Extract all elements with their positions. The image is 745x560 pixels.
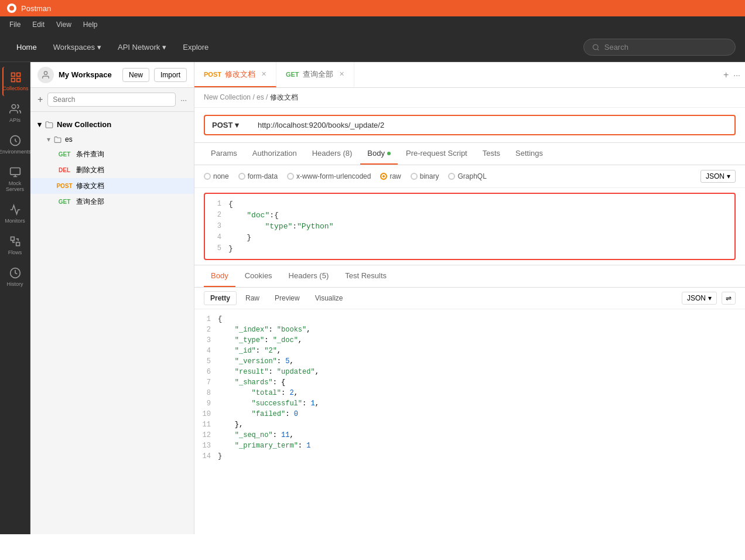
radio-graphql[interactable]: GraphQL bbox=[448, 172, 486, 180]
tab-get-查询全部[interactable]: GET 查询全部 ✕ bbox=[276, 62, 354, 87]
mock-servers-label: Mock Servers bbox=[5, 180, 26, 192]
request-item-0[interactable]: GET 条件查询 bbox=[30, 146, 194, 162]
method-select[interactable]: POST ▾ bbox=[204, 115, 251, 135]
add-tab-icon[interactable]: + bbox=[723, 70, 729, 80]
resp-tab-body[interactable]: Body bbox=[204, 265, 235, 287]
menu-edit[interactable]: Edit bbox=[28, 18, 49, 31]
req-tab-settings[interactable]: Settings bbox=[508, 143, 550, 165]
wrap-icon[interactable]: ⇌ bbox=[722, 292, 736, 305]
resp-tab-test-results[interactable]: Test Results bbox=[338, 265, 394, 287]
tab-name-1: 查询全部 bbox=[303, 69, 333, 80]
request-name-3: 查询全部 bbox=[76, 197, 104, 207]
tab-name-0: 修改文档 bbox=[225, 69, 255, 80]
radio-urlencoded[interactable]: x-www-form-urlencoded bbox=[287, 172, 371, 180]
import-button[interactable]: Import bbox=[154, 68, 187, 82]
request-item-1[interactable]: DEL 删除文档 bbox=[30, 162, 194, 178]
code-line-2: 2 "doc":{ bbox=[205, 210, 734, 221]
nav-api-network[interactable]: API Network ▾ bbox=[111, 39, 173, 55]
request-tabs: Params Authorization Headers (8) Body Pr… bbox=[194, 143, 745, 165]
tab-post-修改文档[interactable]: POST 修改文档 ✕ bbox=[194, 62, 276, 87]
breadcrumb: New Collection / es / 修改文档 bbox=[194, 88, 745, 108]
format-pretty[interactable]: Pretty bbox=[204, 291, 237, 305]
env-icon bbox=[9, 135, 21, 146]
response-json-select[interactable]: JSON ▾ bbox=[682, 292, 717, 305]
sidebar-item-flows[interactable]: Flows bbox=[2, 231, 28, 260]
menu-file[interactable]: File bbox=[5, 18, 25, 31]
radio-binary[interactable]: binary bbox=[411, 172, 439, 180]
menubar: File Edit View Help bbox=[0, 16, 745, 33]
chevron-down-icon: ▾ bbox=[162, 43, 166, 52]
svg-point-11 bbox=[44, 71, 47, 74]
workspace-header: My Workspace New Import bbox=[30, 62, 194, 88]
radio-raw[interactable]: raw bbox=[380, 172, 401, 180]
collection-chevron: ▾ bbox=[37, 120, 42, 129]
format-raw[interactable]: Raw bbox=[239, 291, 266, 305]
sidebar-item-mock-servers[interactable]: Mock Servers bbox=[2, 162, 28, 197]
request-item-3[interactable]: GET 查询全部 bbox=[30, 194, 194, 210]
panel-toolbar: + ··· bbox=[30, 88, 194, 112]
nav-home[interactable]: Home bbox=[9, 39, 44, 55]
more-tabs-icon[interactable]: ··· bbox=[733, 70, 740, 80]
tab-close-icon[interactable]: ✕ bbox=[261, 70, 266, 78]
panel-content: ▾ New Collection ▾ es GET 条件查询 DEL bbox=[30, 112, 194, 534]
tab-close-icon-2[interactable]: ✕ bbox=[339, 70, 344, 78]
search-box[interactable] bbox=[583, 39, 736, 56]
collections-icon bbox=[10, 71, 22, 83]
request-name-2: 修改文档 bbox=[76, 181, 104, 191]
radio-none[interactable]: none bbox=[204, 172, 229, 180]
resp-line-9: 9 "successful": 1, bbox=[194, 398, 745, 409]
format-preview[interactable]: Preview bbox=[268, 291, 306, 305]
nav-workspaces[interactable]: Workspaces ▾ bbox=[46, 39, 108, 55]
resp-line-11: 11 }, bbox=[194, 419, 745, 430]
app-title: Postman bbox=[21, 4, 51, 13]
request-body-editor[interactable]: 1 { 2 "doc":{ 3 "type":"Python" 4 } bbox=[204, 193, 736, 260]
menu-view[interactable]: View bbox=[52, 18, 76, 31]
req-tab-params[interactable]: Params bbox=[204, 143, 244, 165]
request-item-2[interactable]: POST 修改文档 bbox=[30, 178, 194, 194]
url-input[interactable] bbox=[251, 115, 736, 135]
titlebar: Postman bbox=[0, 0, 745, 16]
chevron-down-icon: ▾ bbox=[97, 43, 101, 52]
collections-label: Collections bbox=[2, 86, 28, 91]
mock-icon bbox=[9, 166, 21, 178]
radio-dot-graphql bbox=[448, 173, 455, 180]
history-icon bbox=[9, 267, 21, 279]
breadcrumb-collection: New Collection bbox=[204, 93, 251, 101]
response-tabs: Body Cookies Headers (5) Test Results bbox=[194, 265, 745, 288]
tab-method-badge-2: GET bbox=[286, 71, 299, 78]
json-format-select[interactable]: JSON ▾ bbox=[700, 170, 736, 183]
sidebar-item-collections[interactable]: Collections bbox=[2, 67, 28, 96]
code-line-1: 1 { bbox=[205, 199, 734, 210]
method-post-badge: POST bbox=[56, 183, 73, 189]
resp-line-12: 12 "_seq_no": 11, bbox=[194, 430, 745, 441]
sidebar-item-history[interactable]: History bbox=[2, 262, 28, 292]
response-body-content: 1 { 2 "_index": "books", 3 "_type": "_do… bbox=[194, 309, 745, 466]
format-visualize[interactable]: Visualize bbox=[309, 291, 350, 305]
req-tab-headers[interactable]: Headers (8) bbox=[305, 143, 360, 165]
sidebar-item-apis[interactable]: APIs bbox=[2, 98, 28, 128]
resp-line-6: 6 "result": "updated", bbox=[194, 367, 745, 377]
new-button[interactable]: New bbox=[122, 68, 149, 82]
req-tab-tests[interactable]: Tests bbox=[476, 143, 507, 165]
resp-tab-cookies[interactable]: Cookies bbox=[238, 265, 279, 287]
resp-tab-headers[interactable]: Headers (5) bbox=[282, 265, 336, 287]
breadcrumb-request: 修改文档 bbox=[270, 93, 298, 101]
nav-explore[interactable]: Explore bbox=[176, 39, 216, 55]
req-tab-pre-request[interactable]: Pre-request Script bbox=[399, 143, 474, 165]
sidebar-item-monitors[interactable]: Monitors bbox=[2, 199, 28, 228]
panel-search-input[interactable] bbox=[47, 93, 176, 107]
menu-help[interactable]: Help bbox=[78, 18, 102, 31]
req-tab-body[interactable]: Body bbox=[360, 143, 398, 165]
folder-es[interactable]: ▾ es bbox=[30, 132, 194, 146]
collection-header[interactable]: ▾ New Collection bbox=[30, 117, 194, 132]
search-input[interactable] bbox=[604, 43, 727, 52]
sidebar: Collections APIs Environments Mock Serve… bbox=[0, 62, 30, 534]
content-area: POST 修改文档 ✕ GET 查询全部 ✕ + ··· New Collect… bbox=[194, 62, 745, 534]
add-collection-icon[interactable]: + bbox=[37, 94, 43, 105]
sidebar-item-environments[interactable]: Environments bbox=[2, 130, 28, 159]
code-line-3: 3 "type":"Python" bbox=[205, 221, 734, 232]
req-tab-authorization[interactable]: Authorization bbox=[245, 143, 304, 165]
panel-more-icon[interactable]: ··· bbox=[180, 95, 187, 104]
svg-point-0 bbox=[593, 45, 598, 49]
radio-form-data[interactable]: form-data bbox=[238, 172, 278, 180]
